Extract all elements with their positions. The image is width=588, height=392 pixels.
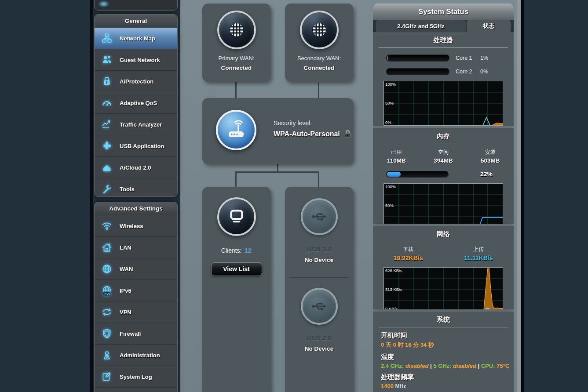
usb2-label: USB 2.0 bbox=[307, 334, 332, 341]
glow-dot bbox=[98, 0, 110, 7]
core1-label: Core 1 bbox=[456, 55, 477, 61]
usb3-icon[interactable] bbox=[301, 198, 338, 235]
memory-free-label: 空闲 bbox=[420, 149, 467, 156]
sidebar-item-label: Traffic Analyzer bbox=[120, 121, 162, 128]
system-status-title: System Status bbox=[373, 4, 514, 20]
general-section-header: General bbox=[95, 15, 177, 28]
clients-monitor-icon[interactable] bbox=[217, 197, 256, 236]
sidebar-item-network-map[interactable]: Network Map bbox=[95, 28, 177, 49]
sidebar-item-guest-network[interactable]: Guest Network bbox=[95, 49, 177, 71]
secondary-wan-card: Secondary WAN: Connected bbox=[285, 4, 353, 82]
memory-usage-graph: 100% 50% 0% bbox=[383, 183, 503, 224]
sidebar-item-label: USB Application bbox=[120, 143, 164, 149]
core2-value: 0% bbox=[480, 69, 488, 75]
wireless-icon bbox=[100, 219, 113, 232]
internet-globe-icon[interactable] bbox=[300, 11, 339, 49]
sidebar-item-partial[interactable] bbox=[95, 388, 177, 392]
sidebar-item-label: Tools bbox=[120, 186, 135, 192]
sidebar-item-usb-application[interactable]: USB Application bbox=[95, 135, 177, 157]
sidebar-item-label: Wireless bbox=[120, 223, 143, 229]
primary-wan-label: Primary WAN: bbox=[219, 55, 255, 62]
core2-row: Core 2 0% bbox=[386, 68, 514, 75]
sidebar-item-label: Network Map bbox=[120, 35, 155, 42]
core2-usage-bar bbox=[386, 68, 449, 75]
divider bbox=[379, 327, 508, 327]
network-traffic-graph: 626 KB/s 313 KB/s 0 KB/s bbox=[383, 267, 503, 309]
cpu-graph-label-50: 50% bbox=[385, 101, 394, 105]
connector-line bbox=[277, 163, 278, 172]
memory-installed-value: 503MB bbox=[467, 157, 514, 164]
network-graph-label-0: 0 KB/s bbox=[385, 306, 398, 309]
sidebar-item-vpn[interactable]: VPN bbox=[95, 301, 177, 323]
sidebar-item-traffic-analyzer[interactable]: Traffic Analyzer bbox=[95, 114, 177, 135]
sidebar-item-label: WAN bbox=[120, 266, 133, 272]
sidebar-advanced-section: Advanced Settings Wireless LAN WAN IPv6 … bbox=[94, 202, 178, 392]
sidebar-edge-border bbox=[90, 0, 93, 392]
network-section: 网络 下载19.92KB/s 上传11.11KB/s 626 KB/s 313 … bbox=[373, 226, 514, 309]
ipv6-icon: IPv6 bbox=[100, 284, 113, 297]
core1-usage-fill bbox=[387, 56, 388, 60]
cpu-section-title: 处理器 bbox=[373, 32, 514, 44]
system-section: 系统 开机时间 0 天 0 时 16 分 34 秒 温度 2.4 GHz: di… bbox=[373, 312, 514, 392]
sidebar-item-label: AiProtection bbox=[120, 78, 153, 85]
core1-value: 1% bbox=[480, 55, 488, 61]
connector-line bbox=[318, 82, 319, 99]
adaptive-qos-icon bbox=[100, 96, 113, 109]
clients-count: 12 bbox=[245, 247, 252, 254]
usb2-status: No Device bbox=[305, 345, 333, 352]
sidebar-item-wan[interactable]: WAN bbox=[95, 258, 177, 280]
aiprotection-icon bbox=[100, 75, 113, 88]
memory-usage-bar bbox=[386, 171, 449, 178]
upload-value: 11.11KB/s bbox=[443, 254, 514, 261]
view-list-button[interactable]: View List bbox=[211, 262, 262, 276]
aicloud-icon bbox=[100, 161, 113, 174]
sidebar-item-label: Guest Network bbox=[120, 57, 160, 63]
internet-globe-icon[interactable] bbox=[217, 11, 256, 49]
wan-icon bbox=[100, 262, 113, 276]
sidebar-item-label: VPN bbox=[120, 309, 131, 316]
tab-bands[interactable]: 2.4GHz and 5GHz bbox=[376, 20, 466, 32]
router-icon[interactable] bbox=[216, 110, 256, 150]
sidebar-item-tools[interactable]: Tools bbox=[95, 178, 177, 197]
memory-section: 内存 已用110MB 空闲394MB 安装503MB 22% 100% 50% … bbox=[373, 128, 514, 224]
sidebar-item-administration[interactable]: Administration bbox=[95, 345, 177, 366]
memory-stats: 已用110MB 空闲394MB 安装503MB bbox=[373, 149, 514, 164]
usb-divider bbox=[289, 277, 349, 278]
upload-label: 上传 bbox=[443, 246, 514, 253]
clients-card: Clients: 12 View List bbox=[202, 187, 270, 392]
tab-status[interactable]: 状态 bbox=[467, 20, 511, 32]
memory-installed-label: 安装 bbox=[467, 149, 514, 156]
sidebar-item-system-log[interactable]: System Log bbox=[95, 366, 177, 388]
core1-usage-bar bbox=[386, 54, 449, 62]
usb3-status: No Device bbox=[305, 257, 333, 263]
memory-used-label: 已用 bbox=[373, 149, 420, 156]
network-map-icon bbox=[100, 32, 113, 45]
memory-graph-label-100: 100% bbox=[385, 184, 396, 189]
content-edge-border bbox=[521, 0, 524, 392]
divider bbox=[379, 242, 508, 242]
system-log-icon bbox=[100, 370, 113, 383]
connector-line bbox=[235, 171, 319, 173]
sidebar-item-aicloud[interactable]: AiCloud 2.0 bbox=[95, 157, 177, 178]
core1-row: Core 1 1% bbox=[386, 54, 514, 62]
svg-text:IPv6: IPv6 bbox=[104, 292, 110, 295]
network-graph-label-313: 313 KB/s bbox=[385, 287, 402, 292]
sidebar-item-label: LAN bbox=[120, 244, 131, 251]
system-status-panel: System Status 2.4GHz and 5GHz 状态 处理器 Cor… bbox=[373, 4, 514, 392]
connector-line bbox=[235, 82, 237, 99]
usb2-icon[interactable] bbox=[301, 288, 338, 325]
cpu-frequency-value: 1400 bbox=[381, 383, 394, 389]
clients-label: Clients: bbox=[221, 247, 242, 254]
sidebar-item-ipv6[interactable]: IPv6 IPv6 bbox=[95, 280, 177, 301]
sidebar-item-firewall[interactable]: Firewall bbox=[95, 323, 177, 345]
usb-application-icon bbox=[100, 139, 113, 152]
sidebar-item-wireless[interactable]: Wireless bbox=[95, 215, 177, 237]
divider bbox=[379, 47, 508, 48]
lock-icon[interactable] bbox=[344, 130, 351, 138]
sidebar-item-adaptive-qos[interactable]: Adaptive QoS bbox=[95, 92, 177, 114]
primary-wan-status: Connected bbox=[221, 65, 252, 71]
memory-usage-percent: 22% bbox=[480, 171, 493, 178]
administration-icon bbox=[100, 348, 113, 362]
sidebar-item-lan[interactable]: LAN bbox=[95, 237, 177, 258]
sidebar-item-aiprotection[interactable]: AiProtection bbox=[95, 71, 177, 92]
